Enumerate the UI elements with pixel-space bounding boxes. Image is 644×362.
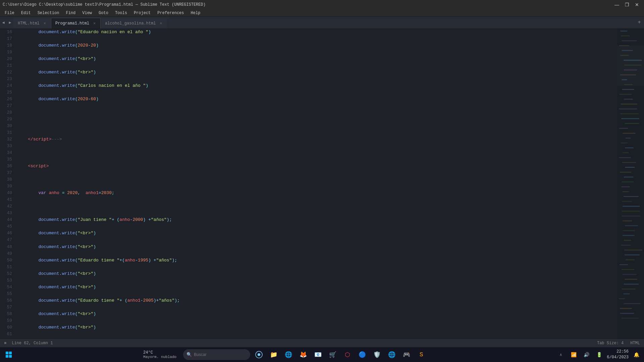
clock-time: 22:56 xyxy=(607,349,629,355)
weather-widget: 24°C Mayorm. nublado xyxy=(143,350,176,359)
taskbar-files-button[interactable]: 📁 xyxy=(268,349,280,361)
tray-battery[interactable]: 🔋 xyxy=(594,349,604,361)
tab-alcohol[interactable]: alcohol_gasolina.html ✕ xyxy=(101,18,167,28)
tray-volume[interactable]: 🔊 xyxy=(581,349,591,361)
taskbar-store-button[interactable]: 🛒 xyxy=(327,349,339,361)
title-bar-title: C:\Users\Diego C:\Desktop\sublime text3\… xyxy=(3,2,206,7)
weather-desc: Mayorm. nublado xyxy=(143,355,176,359)
tray-expand[interactable]: ∧ xyxy=(556,349,566,361)
title-bar-left: C:\Users\Diego C:\Desktop\sublime text3\… xyxy=(3,2,206,7)
code-content[interactable]: document.write("Eduardo nacion en el año… xyxy=(15,29,617,339)
status-tab-size[interactable]: Tab Size: 4 xyxy=(597,341,624,346)
menu-file[interactable]: File xyxy=(1,10,18,16)
taskbar-vpn-button[interactable]: 🌐 xyxy=(386,349,398,361)
status-left: ■ Line 62, Column 1 xyxy=(4,341,53,346)
menu-edit[interactable]: Edit xyxy=(18,10,34,16)
tab-programa1-close[interactable]: ✕ xyxy=(93,21,96,26)
status-indicator: ■ xyxy=(4,341,6,346)
tray-notifications[interactable]: 🔔 xyxy=(631,349,641,361)
search-icon: 🔍 xyxy=(186,352,192,357)
weather-temp: 24°C xyxy=(143,350,153,355)
tab-programa1[interactable]: Programa1.html ✕ xyxy=(51,18,101,28)
tab-nav-left[interactable]: ◀ xyxy=(0,16,7,28)
taskbar-chrome-button[interactable]: 🔵 xyxy=(356,349,368,361)
tab-programa1-label: Programa1.html xyxy=(55,21,89,26)
editor[interactable]: 16 17 18 19 20 21 22 23 24 25 26 27 28 2… xyxy=(0,29,617,339)
maximize-button[interactable]: ❐ xyxy=(623,1,631,8)
menu-find[interactable]: Find xyxy=(62,10,79,16)
svg-rect-2 xyxy=(6,355,8,358)
status-bar: ■ Line 62, Column 1 Tab Size: 4 HTML xyxy=(0,339,644,347)
status-right: Tab Size: 4 HTML xyxy=(597,341,640,346)
tray-network[interactable]: 📶 xyxy=(569,349,579,361)
taskbar-right: ∧ 📶 🔊 🔋 22:56 6/04/2023 🔔 xyxy=(556,349,641,361)
minimap[interactable] xyxy=(617,29,644,339)
svg-rect-0 xyxy=(6,352,8,354)
svg-rect-1 xyxy=(9,352,12,354)
taskbar-sublime-button[interactable]: S xyxy=(415,349,427,361)
taskbar-center: 24°C Mayorm. nublado 🔍 📁 🌐 🦊 📧 🛒 ⬡ 🔵 🛡️ … xyxy=(143,349,427,361)
clock-date: 6/04/2023 xyxy=(607,355,629,360)
taskbar-browser2-button[interactable]: 🦊 xyxy=(297,349,309,361)
taskbar-mail-button[interactable]: 📧 xyxy=(312,349,324,361)
status-file-type[interactable]: HTML xyxy=(630,341,640,346)
minimap-canvas xyxy=(617,29,644,339)
minimize-button[interactable]: — xyxy=(612,1,621,8)
tab-html-close[interactable]: ✕ xyxy=(44,21,46,26)
taskbar-browser3-button[interactable]: ⬡ xyxy=(341,349,354,361)
main-area: 16 17 18 19 20 21 22 23 24 25 26 27 28 2… xyxy=(0,29,644,339)
search-wrap: 🔍 xyxy=(183,349,250,360)
taskbar-security-button[interactable]: 🛡️ xyxy=(371,349,383,361)
line-numbers: 16 17 18 19 20 21 22 23 24 25 26 27 28 2… xyxy=(0,29,15,339)
code-area[interactable]: 16 17 18 19 20 21 22 23 24 25 26 27 28 2… xyxy=(0,29,617,339)
menu-selection[interactable]: Selection xyxy=(34,10,63,16)
tab-html[interactable]: HTML.html ✕ xyxy=(13,18,51,28)
menu-goto[interactable]: Goto xyxy=(95,10,112,16)
tab-alcohol-close[interactable]: ✕ xyxy=(160,21,162,26)
status-position[interactable]: Line 62, Column 1 xyxy=(12,341,53,346)
tab-bar: ◀ ▶ HTML.html ✕ Programa1.html ✕ alcohol… xyxy=(0,17,644,29)
tab-html-label: HTML.html xyxy=(18,21,40,26)
taskbar: 24°C Mayorm. nublado 🔍 📁 🌐 🦊 📧 🛒 ⬡ 🔵 🛡️ … xyxy=(0,347,644,362)
taskbar-game-button[interactable]: 🎮 xyxy=(400,349,413,361)
menu-help[interactable]: Help xyxy=(187,10,204,16)
title-bar: C:\Users\Diego C:\Desktop\sublime text3\… xyxy=(0,0,644,9)
tab-nav-right[interactable]: ▶ xyxy=(7,16,13,28)
menu-view[interactable]: View xyxy=(79,10,95,16)
close-button[interactable]: ✕ xyxy=(633,1,641,8)
tab-alcohol-label: alcohol_gasolina.html xyxy=(105,21,156,26)
svg-rect-3 xyxy=(9,355,12,358)
menu-project[interactable]: Project xyxy=(130,10,154,16)
new-tab-button[interactable]: + xyxy=(635,16,644,28)
menu-preferences[interactable]: Preferences xyxy=(154,10,187,16)
taskbar-apps-button[interactable] xyxy=(253,349,265,361)
title-bar-controls: — ❐ ✕ xyxy=(612,1,641,8)
svg-point-5 xyxy=(258,353,260,356)
taskbar-browser1-button[interactable]: 🌐 xyxy=(282,349,294,361)
search-input[interactable] xyxy=(183,349,250,360)
start-button[interactable] xyxy=(3,349,15,361)
system-clock[interactable]: 22:56 6/04/2023 xyxy=(607,349,629,360)
taskbar-left xyxy=(3,349,15,361)
menu-bar: File Edit Selection Find View Goto Tools… xyxy=(0,9,644,17)
menu-tools[interactable]: Tools xyxy=(112,10,130,16)
